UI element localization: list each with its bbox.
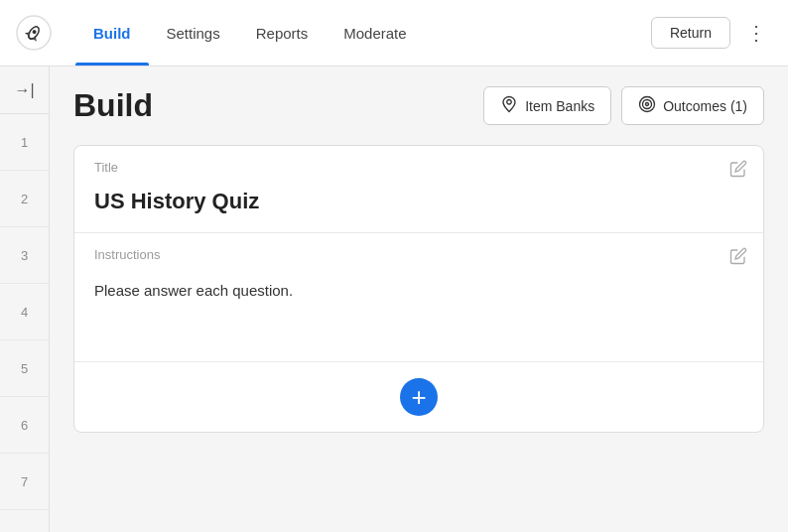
instructions-section: Instructions Please answer each question… <box>74 233 763 362</box>
tab-settings[interactable]: Settings <box>149 0 238 66</box>
instructions-label: Instructions <box>94 247 743 262</box>
item-banks-button[interactable]: Item Banks <box>483 86 611 125</box>
return-button[interactable]: Return <box>651 17 730 49</box>
add-item-button[interactable]: + <box>400 378 438 416</box>
svg-point-6 <box>646 103 649 106</box>
line-number-7: 7 <box>0 454 49 510</box>
outcomes-icon <box>638 95 656 116</box>
instructions-edit-icon[interactable] <box>729 247 747 270</box>
nav-tabs: Build Settings Reports Moderate <box>75 0 651 66</box>
line-numbers: 1 2 3 4 5 6 7 <box>0 114 49 510</box>
add-btn-container: + <box>74 362 763 432</box>
more-menu-button[interactable]: ⋮ <box>740 17 772 49</box>
content-header: Build Item Banks <box>73 86 764 125</box>
line-number-1: 1 <box>0 114 49 171</box>
svg-point-3 <box>507 100 512 105</box>
top-nav: Build Settings Reports Moderate Return ⋮ <box>0 0 788 66</box>
outcomes-button[interactable]: Outcomes (1) <box>621 86 764 125</box>
outcomes-label: Outcomes (1) <box>663 98 747 114</box>
content-area: Build Item Banks <box>50 66 788 532</box>
left-sidebar: →| 1 2 3 4 5 6 7 <box>0 66 50 532</box>
title-value: US History Quiz <box>94 181 743 218</box>
line-number-6: 6 <box>0 397 49 454</box>
line-number-2: 2 <box>0 171 49 227</box>
header-buttons: Item Banks Outcomes (1) <box>483 86 764 125</box>
nav-right: Return ⋮ <box>651 17 772 49</box>
logo[interactable] <box>16 15 52 51</box>
main-layout: →| 1 2 3 4 5 6 7 Build <box>0 66 788 532</box>
line-number-4: 4 <box>0 284 49 340</box>
title-edit-icon[interactable] <box>729 160 747 183</box>
line-number-3: 3 <box>0 227 49 284</box>
svg-point-5 <box>643 100 652 109</box>
instructions-value: Please answer each question. <box>94 268 743 347</box>
sidebar-toggle-button[interactable]: →| <box>0 66 49 114</box>
collapse-icon: →| <box>14 81 34 99</box>
svg-point-4 <box>640 97 655 112</box>
page-title: Build <box>73 87 153 124</box>
tab-reports[interactable]: Reports <box>238 0 327 66</box>
quiz-card: Title US History Quiz Instructions Pleas… <box>73 145 764 433</box>
line-number-5: 5 <box>0 340 49 397</box>
title-section: Title US History Quiz <box>74 146 763 233</box>
item-banks-icon <box>500 95 518 116</box>
tab-moderate[interactable]: Moderate <box>326 0 424 66</box>
tab-build[interactable]: Build <box>75 0 149 66</box>
item-banks-label: Item Banks <box>525 98 594 114</box>
title-label: Title <box>94 160 743 175</box>
